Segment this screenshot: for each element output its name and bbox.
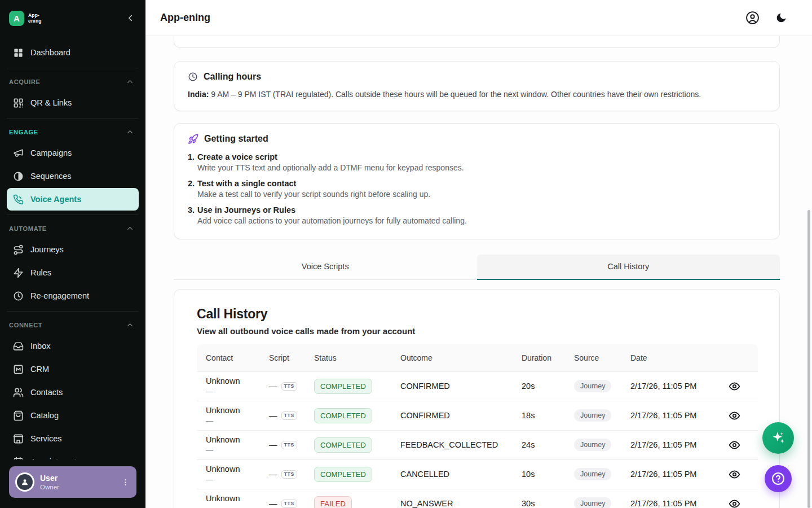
sidebar-item-re-engagement[interactable]: Re-engagement — [7, 284, 139, 307]
view-call-button[interactable] — [726, 496, 743, 508]
calendar-icon — [12, 456, 24, 459]
sidebar-item-inbox[interactable]: Inbox — [7, 335, 139, 357]
eye-icon — [729, 410, 740, 422]
top-bar: App-ening — [145, 0, 812, 36]
sidebar-item-label: Voice Agents — [30, 195, 81, 204]
sidebar-item-label: Dashboard — [30, 48, 70, 57]
cell-outcome: CONFIRMED — [391, 411, 513, 420]
source-badge: Journey — [574, 439, 611, 451]
sidebar-item-dashboard[interactable]: Dashboard — [7, 41, 139, 64]
view-call-button[interactable] — [726, 408, 743, 424]
sidebar-item-campaigns[interactable]: Campaigns — [7, 142, 139, 164]
vertical-scrollbar[interactable] — [807, 210, 810, 508]
cell-contact-sub: — — [206, 475, 251, 484]
eye-icon — [729, 468, 740, 480]
table-row: Unknown— —TTS FAILED NO_ANSWER 30s Journ… — [197, 489, 758, 508]
sidebar-item-label: Services — [30, 434, 62, 443]
sidebar-section-connect[interactable]: CONNECT — [7, 316, 139, 334]
divider — [7, 118, 139, 119]
dark-mode-toggle[interactable] — [775, 12, 787, 24]
sidebar-item-journeys[interactable]: Journeys — [7, 238, 139, 261]
tab-call-history[interactable]: Call History — [477, 255, 780, 280]
chevron-up-icon — [126, 224, 134, 233]
call-history-title: Call History — [197, 306, 757, 322]
user-card[interactable]: User Owner — [9, 466, 136, 498]
tts-badge: TTS — [281, 441, 297, 449]
cell-outcome: CONFIRMED — [391, 382, 513, 391]
column-header-date: Date — [621, 353, 711, 362]
sidebar-section-acquire[interactable]: ACQUIRE — [7, 72, 139, 91]
help-fab[interactable] — [765, 465, 792, 492]
account-button[interactable] — [745, 11, 760, 25]
getting-started-step: 2. Test with a single contact Make a tes… — [188, 179, 766, 199]
logo-icon: A — [9, 11, 24, 26]
step-title: Create a voice script — [197, 152, 464, 161]
sidebar-item-rules[interactable]: Rules — [7, 261, 139, 284]
clipped-card-bottom — [174, 36, 780, 48]
divider — [7, 311, 139, 312]
sidebar-item-appointments[interactable]: Appointments — [7, 450, 139, 459]
sidebar-header: A App- ening — [0, 0, 145, 36]
sidebar-item-services[interactable]: Services — [7, 427, 139, 450]
status-badge: FAILED — [314, 496, 352, 508]
ai-assistant-fab[interactable] — [762, 422, 794, 454]
tts-badge: TTS — [281, 411, 297, 420]
sidebar-item-voice-agents[interactable]: Voice Agents — [7, 188, 139, 211]
chevron-left-icon — [125, 13, 135, 23]
tab-voice-scripts[interactable]: Voice Scripts — [174, 255, 477, 280]
view-call-button[interactable] — [726, 437, 743, 453]
app-logo: A App- ening — [9, 11, 42, 26]
table-row: Unknown— —TTS COMPLETED CANCELLED 10s Jo… — [197, 459, 758, 489]
sidebar-item-qr-links[interactable]: QR & Links — [7, 91, 139, 114]
table-header: Contact Script Status Outcome Duration S… — [197, 344, 758, 371]
cell-contact-sub: — — [206, 505, 251, 508]
cell-contact-sub: — — [206, 387, 251, 396]
cell-script: — — [269, 440, 277, 449]
cell-date: 2/17/26, 11:05 PM — [621, 470, 711, 479]
page-title: App-ening — [160, 12, 210, 24]
cell-date: 2/17/26, 11:05 PM — [621, 440, 711, 449]
call-history-table: Contact Script Status Outcome Duration S… — [197, 344, 758, 508]
status-badge: COMPLETED — [314, 408, 372, 423]
sidebar-item-label: Inbox — [30, 341, 50, 351]
step-description: Make a test call to verify your script s… — [197, 190, 430, 199]
user-menu-button[interactable] — [119, 476, 132, 489]
getting-started-step: 1. Create a voice script Write your TTS … — [188, 152, 766, 172]
chevron-up-icon — [126, 128, 134, 136]
sidebar-item-catalog[interactable]: Catalog — [7, 404, 139, 427]
rocket-icon — [188, 134, 198, 144]
sidebar-item-label: Catalog — [30, 411, 59, 420]
store-icon — [12, 433, 24, 444]
sidebar-collapse-button[interactable] — [123, 11, 138, 25]
calling-hours-lead: India: — [188, 90, 209, 99]
logo-text: App- ening — [28, 12, 42, 24]
cell-date: 2/17/26, 11:05 PM — [621, 382, 711, 391]
cell-outcome: CANCELLED — [391, 470, 513, 479]
sidebar-section-engage[interactable]: ENGAGE — [7, 122, 139, 141]
avatar — [15, 472, 34, 492]
step-description: Add voice call actions to your automatio… — [197, 216, 467, 225]
divider — [7, 68, 139, 68]
cell-script: — — [269, 470, 277, 479]
section-label: CONNECT — [9, 322, 42, 329]
sidebar-item-contacts[interactable]: Contacts — [7, 381, 139, 404]
calling-hours-title: Calling hours — [204, 72, 261, 82]
cell-contact: Unknown — [206, 435, 251, 444]
cell-duration: 10s — [513, 470, 565, 479]
content-scroll-area[interactable]: Calling hours India: 9 AM – 9 PM IST (TR… — [145, 36, 812, 508]
sidebar-item-label: Re-engagement — [30, 291, 89, 300]
sidebar-item-crm[interactable]: CRM — [7, 358, 139, 380]
sidebar-section-automate[interactable]: AUTOMATE — [7, 219, 139, 238]
view-call-button[interactable] — [726, 378, 743, 395]
column-header-duration: Duration — [513, 353, 565, 362]
eye-icon — [729, 380, 740, 392]
tab-bar: Voice Scripts Call History — [174, 255, 780, 280]
qr-icon — [12, 97, 24, 108]
view-call-button[interactable] — [726, 466, 743, 483]
status-badge: COMPLETED — [314, 379, 372, 394]
kebab-menu-icon — [121, 478, 130, 487]
sidebar-item-sequences[interactable]: Sequences — [7, 165, 139, 187]
source-badge: Journey — [574, 380, 611, 392]
column-header-source: Source — [565, 353, 621, 362]
getting-started-title: Getting started — [204, 134, 268, 144]
